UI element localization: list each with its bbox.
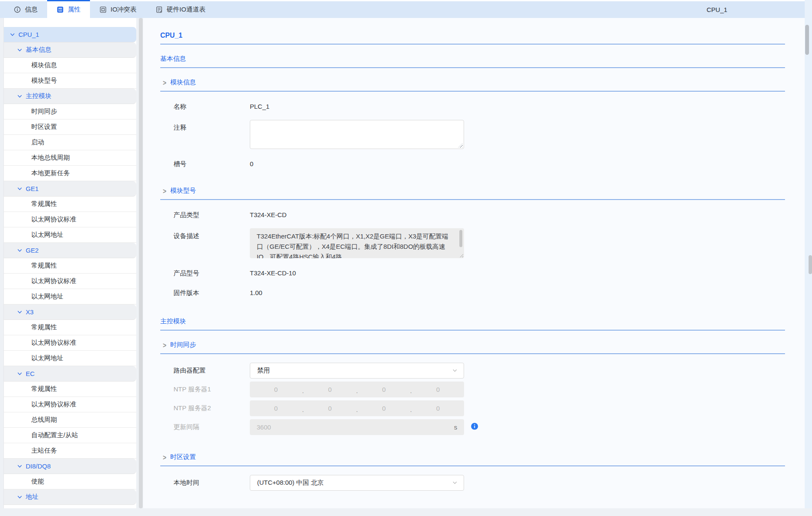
sidebar-item-总线周期[interactable]: 总线周期 <box>4 412 136 428</box>
sidebar-item-主控模块[interactable]: 主控模块 <box>4 89 136 104</box>
sidebar-item-GE2[interactable]: GE2 <box>4 243 136 258</box>
tab-hardware-io[interactable]: 硬件IO通道表 <box>146 1 215 18</box>
tree-item-label: 以太网地址 <box>31 231 63 239</box>
sidebar-item-以太网协议标准[interactable]: 以太网协议标准 <box>4 274 136 289</box>
tree-item-label: 本地总线周期 <box>31 154 70 162</box>
sidebar-item-模块型号[interactable]: 模块型号 <box>4 73 136 89</box>
tab-io-conflict[interactable]: IO冲突表 <box>90 1 146 18</box>
chevron-down-icon <box>17 371 23 377</box>
field-row-注释: 注释 <box>160 120 785 149</box>
sidebar-item-使能[interactable]: 使能 <box>4 474 136 489</box>
sidebar-item-以太网协议标准[interactable]: 以太网协议标准 <box>4 212 136 227</box>
dropdown-value: 禁用 <box>250 367 270 375</box>
sidebar-item-启动[interactable]: 启动 <box>4 135 136 150</box>
hardware-io-icon <box>156 6 163 13</box>
sidebar-item-X3[interactable]: X3 <box>4 304 136 320</box>
io-conflict-icon <box>99 6 107 13</box>
chevron-down-icon <box>17 47 23 53</box>
chevron-down-icon <box>17 93 23 99</box>
sidebar-item-以太网地址[interactable]: 以太网地址 <box>4 289 136 304</box>
field-label: NTP 服务器1 <box>174 382 250 394</box>
sidebar-item-常规属性[interactable]: 常规属性 <box>4 320 136 335</box>
sidebar-item-本地更新任务[interactable]: 本地更新任务 <box>4 166 136 181</box>
sidebar-item-常规属性[interactable]: 常规属性 <box>4 197 136 212</box>
tree-item-label: 地址 <box>26 493 39 501</box>
sidebar-item-EC[interactable]: EC <box>4 366 136 382</box>
section-divider <box>160 91 785 92</box>
sidebar-item-时间同步[interactable]: 时间同步 <box>4 104 136 119</box>
tab-info[interactable]: 信息 <box>4 1 47 18</box>
subsection-header[interactable]: >时间同步 <box>160 341 785 349</box>
ip-input-NTP 服务器2[interactable]: 0.0.0.0 <box>250 400 464 416</box>
subsection-header[interactable]: >模块信息 <box>160 78 785 86</box>
ip-octet: 0 <box>358 405 410 412</box>
field-value: T324-XE-CD <box>250 211 287 219</box>
tree-item-label: 主控模块 <box>26 92 51 100</box>
sidebar-item-地址[interactable]: 地址 <box>4 489 136 505</box>
group-header: 基本信息 <box>160 55 785 63</box>
chevron-down-icon <box>452 368 464 373</box>
sidebar-splitter[interactable] <box>139 18 143 508</box>
chevron-down-icon <box>17 494 23 500</box>
subsection-header[interactable]: >时区设置 <box>160 453 785 461</box>
field-label: 本地时间 <box>174 475 250 487</box>
sidebar-item-GE1[interactable]: GE1 <box>4 181 136 197</box>
sidebar-item-以太网地址[interactable]: 以太网地址 <box>4 351 136 366</box>
comment-textarea[interactable] <box>250 120 464 149</box>
field-label: 更新间隔 <box>174 419 250 431</box>
ip-dot: . <box>302 387 304 394</box>
field-row-设备描述: 设备描述T324EtherCAT版本:标配4个网口，X1,X2是GE端口，X3是… <box>160 228 785 258</box>
dropdown-路由器配置[interactable]: 禁用 <box>250 363 464 379</box>
window-scrollbar-thumb[interactable] <box>809 255 812 274</box>
sidebar-item-主站任务[interactable]: 主站任务 <box>4 443 136 459</box>
input-更新间隔[interactable]: 3600s <box>250 419 464 435</box>
description-scrollbar-thumb[interactable] <box>459 230 462 247</box>
field-value: 1.00 <box>250 289 262 297</box>
field-label: 槽号 <box>174 160 250 168</box>
field-row-产品类型: 产品类型T324-XE-CD <box>160 210 785 220</box>
tree-item-label: GE2 <box>26 247 39 254</box>
ip-octet: 0 <box>412 405 464 412</box>
ip-input-NTP 服务器1[interactable]: 0.0.0.0 <box>250 382 464 397</box>
sidebar-item-模块信息[interactable]: 模块信息 <box>4 58 136 73</box>
tree-item-label: 以太网协议标准 <box>31 215 76 224</box>
chevron-right-icon: > <box>163 453 166 461</box>
info-icon[interactable] <box>471 423 478 432</box>
sidebar-item-以太网协议标准[interactable]: 以太网协议标准 <box>4 397 136 412</box>
chevron-right-icon: > <box>163 341 166 349</box>
dropdown-本地时间[interactable]: (UTC+08:00) 中国 北京 <box>250 475 464 491</box>
tab-properties[interactable]: 属性 <box>47 0 90 18</box>
sidebar-item-CPU_1[interactable]: CPU_1 <box>4 27 136 42</box>
field-row-本地时间: 本地时间(UTC+08:00) 中国 北京 <box>160 475 785 491</box>
chevron-down-icon <box>17 248 23 254</box>
tab-label: 属性 <box>68 6 81 14</box>
ip-octet: 0 <box>304 386 356 393</box>
sidebar-item-DI8/DQ8[interactable]: DI8/DQ8 <box>4 459 136 474</box>
tree-item-label: 基本信息 <box>26 46 51 54</box>
resize-handle-icon[interactable] <box>458 143 463 148</box>
ip-octet: 0 <box>358 386 410 393</box>
subsection-header[interactable]: >模块型号 <box>160 187 785 195</box>
info-circle-icon <box>14 6 21 13</box>
tree-item-label: GE1 <box>26 185 39 192</box>
sidebar-item-基本信息[interactable]: 基本信息 <box>4 42 136 58</box>
ip-octet: 0 <box>304 405 356 412</box>
subsection-title: 模块信息 <box>170 78 196 86</box>
field-row-产品型号: 产品型号T324-XE-CD-10 <box>160 268 785 278</box>
sidebar-item-常规属性[interactable]: 常规属性 <box>4 258 136 274</box>
sidebar-item-自动配置主/从站[interactable]: 自动配置主/从站 <box>4 428 136 443</box>
panel-scrollbar-thumb[interactable] <box>805 25 809 55</box>
chevron-down-icon <box>17 186 23 192</box>
section-divider <box>160 199 785 200</box>
device-description-box[interactable]: T324EtherCAT版本:标配4个网口，X1,X2是GE端口，X3是可配置端… <box>250 228 464 258</box>
tree-item-label: 主站任务 <box>31 447 57 455</box>
field-label: 路由器配置 <box>174 363 250 375</box>
ip-octet: 0 <box>250 405 302 412</box>
sidebar-item-以太网地址[interactable]: 以太网地址 <box>4 227 136 243</box>
sidebar-item-本地总线周期[interactable]: 本地总线周期 <box>4 150 136 166</box>
sidebar-item-常规属性[interactable]: 常规属性 <box>4 382 136 397</box>
tree-item-label: 以太网地址 <box>31 292 63 301</box>
tab-label: IO冲突表 <box>111 6 137 14</box>
sidebar-item-时区设置[interactable]: 时区设置 <box>4 119 136 135</box>
sidebar-item-以太网协议标准[interactable]: 以太网协议标准 <box>4 335 136 351</box>
